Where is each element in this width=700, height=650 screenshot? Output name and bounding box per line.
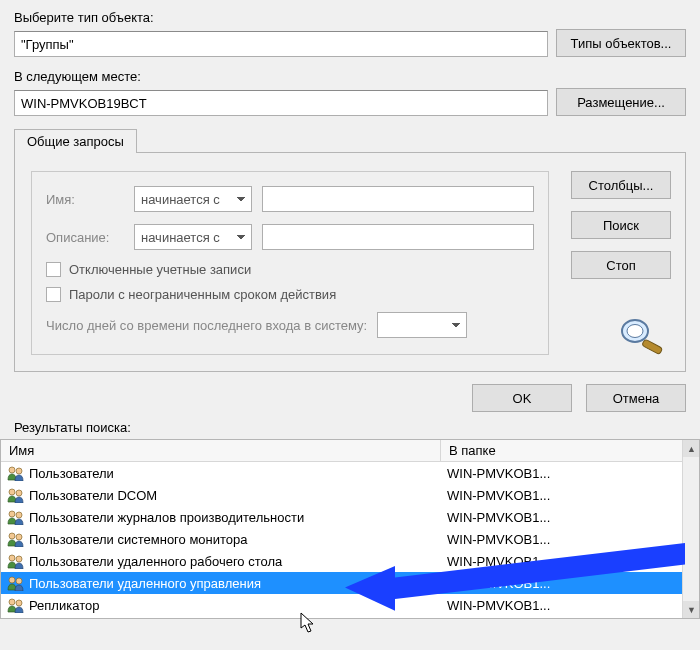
table-row[interactable]: Пользователи удаленного рабочего стола W… — [1, 550, 699, 572]
svg-point-16 — [16, 600, 22, 606]
column-header-name[interactable]: Имя — [1, 440, 441, 461]
svg-point-10 — [16, 534, 22, 540]
row-name: Пользователи — [29, 466, 114, 481]
column-header-folder[interactable]: В папке — [441, 440, 699, 461]
search-button[interactable]: Поиск — [571, 211, 671, 239]
svg-point-4 — [16, 468, 22, 474]
svg-rect-2 — [642, 339, 663, 355]
table-row[interactable]: Пользователи удаленного управления WIN-P… — [1, 572, 699, 594]
group-icon — [7, 597, 25, 613]
location-field[interactable] — [14, 90, 548, 116]
row-folder: WIN-PMVKOB1... — [441, 466, 699, 481]
cancel-button[interactable]: Отмена — [586, 384, 686, 412]
row-name: Пользователи DCOM — [29, 488, 157, 503]
row-folder: WIN-PMVKOB1... — [441, 488, 699, 503]
desc-filter-label: Описание: — [46, 230, 124, 245]
svg-point-6 — [16, 490, 22, 496]
name-filter-mode[interactable]: начинается с — [134, 186, 252, 212]
row-folder: WIN-PMVKOB1... — [441, 576, 699, 591]
group-icon — [7, 575, 25, 591]
ok-button[interactable]: OK — [472, 384, 572, 412]
table-row[interactable]: Пользователи DCOM WIN-PMVKOB1... — [1, 484, 699, 506]
nonexpiring-pw-checkbox[interactable] — [46, 287, 61, 302]
table-row[interactable]: Пользователи системного монитора WIN-PMV… — [1, 528, 699, 550]
svg-point-14 — [16, 578, 22, 584]
scroll-up-icon[interactable]: ▲ — [683, 440, 700, 457]
svg-point-7 — [9, 511, 15, 517]
nonexpiring-pw-label: Пароли с неограниченным сроком действия — [69, 287, 336, 302]
group-icon — [7, 509, 25, 525]
name-filter-label: Имя: — [46, 192, 124, 207]
row-folder: WIN-PMVKOB1... — [441, 554, 699, 569]
results-list: Имя В папке Пользователи WIN-PMVKOB1... … — [0, 439, 700, 619]
group-icon — [7, 487, 25, 503]
stop-button[interactable]: Стоп — [571, 251, 671, 279]
svg-point-8 — [16, 512, 22, 518]
object-type-field[interactable] — [14, 31, 548, 57]
svg-point-9 — [9, 533, 15, 539]
row-name: Пользователи удаленного управления — [29, 576, 261, 591]
columns-button[interactable]: Столбцы... — [571, 171, 671, 199]
tab-common-queries[interactable]: Общие запросы — [14, 129, 137, 153]
svg-point-13 — [9, 577, 15, 583]
object-types-button[interactable]: Типы объектов... — [556, 29, 686, 57]
svg-point-1 — [627, 325, 643, 338]
locations-button[interactable]: Размещение... — [556, 88, 686, 116]
group-icon — [7, 531, 25, 547]
table-row[interactable]: Пользователи WIN-PMVKOB1... — [1, 462, 699, 484]
svg-point-11 — [9, 555, 15, 561]
dialog-buttons: OK Отмена — [0, 376, 700, 418]
days-since-login-select[interactable] — [377, 312, 467, 338]
svg-point-3 — [9, 467, 15, 473]
row-name: Репликатор — [29, 598, 99, 613]
location-label: В следующем месте: — [14, 69, 686, 84]
svg-point-12 — [16, 556, 22, 562]
group-icon — [7, 465, 25, 481]
row-folder: WIN-PMVKOB1... — [441, 532, 699, 547]
object-type-label: Выберите тип объекта: — [14, 10, 686, 25]
row-name: Пользователи удаленного рабочего стола — [29, 554, 282, 569]
row-folder: WIN-PMVKOB1... — [441, 598, 699, 613]
scroll-down-icon[interactable]: ▼ — [683, 601, 700, 618]
desc-filter-input[interactable] — [262, 224, 534, 250]
name-filter-input[interactable] — [262, 186, 534, 212]
days-since-login-label: Число дней со времени последнего входа в… — [46, 318, 367, 333]
magnifier-icon — [615, 315, 667, 355]
disabled-accounts-label: Отключенные учетные записи — [69, 262, 251, 277]
results-label: Результаты поиска: — [0, 418, 700, 439]
object-picker-panel: Выберите тип объекта: Типы объектов... В… — [0, 0, 700, 376]
query-options: Имя: начинается с Описание: начинается с… — [31, 171, 549, 355]
desc-filter-mode[interactable]: начинается с — [134, 224, 252, 250]
svg-point-15 — [9, 599, 15, 605]
row-name: Пользователи системного монитора — [29, 532, 248, 547]
row-folder: WIN-PMVKOB1... — [441, 510, 699, 525]
tab-body: Имя: начинается с Описание: начинается с… — [14, 152, 686, 372]
disabled-accounts-checkbox[interactable] — [46, 262, 61, 277]
svg-point-5 — [9, 489, 15, 495]
row-name: Пользователи журналов производительности — [29, 510, 304, 525]
table-row[interactable]: Пользователи журналов производительности… — [1, 506, 699, 528]
table-row[interactable]: Репликатор WIN-PMVKOB1... — [1, 594, 699, 616]
query-tabs: Общие запросы Имя: начинается с Описание… — [14, 128, 686, 372]
group-icon — [7, 553, 25, 569]
results-scrollbar[interactable]: ▲ ▼ — [682, 440, 699, 618]
